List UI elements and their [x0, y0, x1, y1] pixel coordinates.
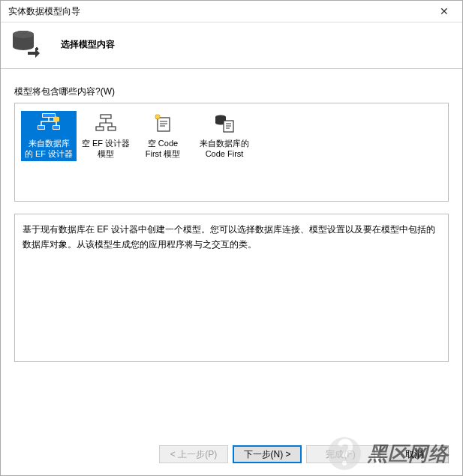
option-label-line1: 空 EF 设计器 [79, 138, 133, 148]
wizard-step-title: 选择模型内容 [61, 38, 115, 51]
option-label-line2: 的 EF 设计器 [22, 148, 76, 159]
svg-rect-3 [36, 47, 38, 49]
option-label-line2: Code First [193, 148, 256, 159]
close-icon: ✕ [440, 5, 449, 17]
options-prompt: 模型将包含哪些内容?(W) [14, 85, 449, 98]
svg-rect-11 [101, 115, 111, 118]
next-button[interactable]: 下一步(N) > [233, 445, 302, 463]
option-code-first-from-db[interactable]: 来自数据库的 Code First [192, 111, 257, 161]
option-label-line2: First 模型 [136, 148, 190, 159]
database-icon [11, 29, 43, 61]
option-empty-ef-designer[interactable]: 空 EF 设计器 模型 [78, 111, 134, 161]
option-empty-code-first[interactable]: 空 Code First 模型 [135, 111, 191, 161]
wizard-body: 模型将包含哪些内容?(W) 来自数据库 [1, 69, 462, 368]
window-title: 实体数据模型向导 [8, 5, 80, 18]
svg-rect-13 [108, 127, 116, 130]
option-ef-designer-from-db[interactable]: 来自数据库 的 EF 设计器 [21, 111, 77, 161]
close-button[interactable]: ✕ [432, 3, 456, 19]
finish-button: 完成(F) [306, 445, 375, 463]
db-code-first-icon [193, 112, 256, 135]
option-label-line1: 来自数据库的 [193, 138, 256, 148]
option-label-line1: 来自数据库 [22, 138, 76, 148]
db-designer-icon [22, 112, 76, 135]
cancel-button[interactable]: 取消 [380, 445, 449, 463]
option-label-line1: 空 Code [136, 138, 190, 148]
code-first-icon [136, 112, 190, 135]
option-label-line2: 模型 [79, 148, 133, 159]
previous-button: < 上一步(P) [159, 445, 228, 463]
wizard-buttons: < 上一步(P) 下一步(N) > 完成(F) 取消 [159, 445, 449, 463]
svg-rect-5 [43, 114, 55, 117]
svg-rect-7 [38, 126, 44, 129]
empty-designer-icon [79, 112, 133, 135]
model-options-list: 来自数据库 的 EF 设计器 空 EF 设计器 模型 [14, 103, 449, 202]
svg-rect-12 [96, 127, 104, 130]
svg-point-1 [13, 31, 34, 38]
svg-rect-14 [158, 118, 170, 131]
option-description: 基于现有数据库在 EF 设计器中创建一个模型。您可以选择数据库连接、模型设置以及… [14, 214, 449, 362]
titlebar: 实体数据模型向导 ✕ [1, 1, 462, 22]
wizard-window: 实体数据模型向导 ✕ 选择模型内容 模型将包含哪些内容?(W) [0, 0, 463, 476]
svg-rect-9 [53, 126, 59, 129]
wizard-header: 选择模型内容 [1, 22, 462, 69]
